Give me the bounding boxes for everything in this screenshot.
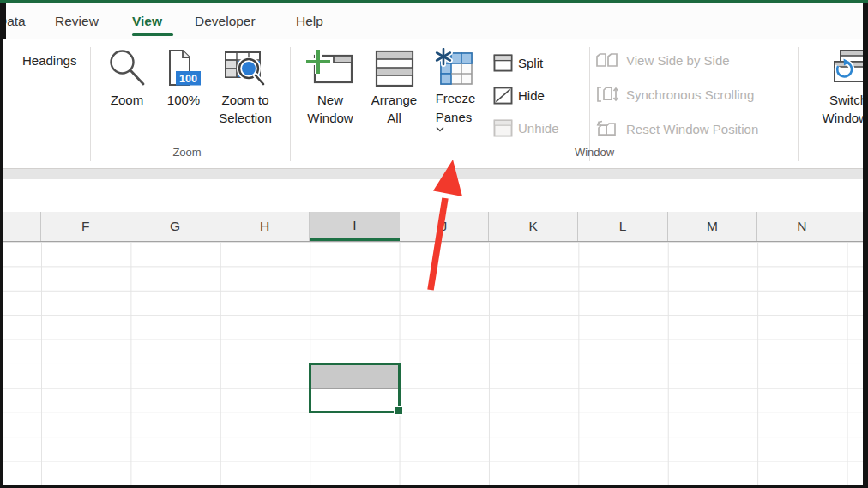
cascaded-windows-refresh-icon (827, 46, 868, 91)
unhide-button: Unhide (493, 117, 559, 138)
formula-bar-area (0, 179, 868, 212)
two-pages-icon (595, 52, 623, 68)
column-header-I-selected[interactable]: I (310, 212, 399, 241)
column-header-G[interactable]: G (130, 212, 220, 241)
spreadsheet-grid[interactable] (0, 242, 868, 485)
selected-tab-underline (132, 33, 173, 36)
column-header-E[interactable]: E (0, 212, 41, 241)
tab-developer[interactable]: Developer (195, 3, 256, 39)
window-top-accent-bar (0, 0, 868, 3)
freeze-panes-button[interactable]: Freeze Panes (425, 46, 485, 132)
split-window-icon (493, 54, 513, 72)
snowflake-grid-icon (434, 46, 477, 89)
shaded-cell (311, 365, 399, 389)
group-separator (589, 47, 590, 161)
new-window-button[interactable]: New Window (298, 46, 362, 132)
excel-window: Data Review View Developer Help Headings… (0, 0, 868, 488)
column-header-M[interactable]: M (668, 212, 757, 241)
screenshot-bottom-edge (0, 485, 868, 488)
arrange-all-button[interactable]: Arrange All (363, 46, 425, 132)
show-group-headings-checkbox-label[interactable]: Headings (22, 53, 76, 68)
view-side-by-side-button: View Side by Side (595, 51, 730, 69)
column-header-N[interactable]: N (757, 212, 847, 241)
synchronous-scrolling-button: Synchronous Scrolling (595, 85, 754, 104)
hide-button[interactable]: Hide (493, 85, 545, 105)
fill-handle[interactable] (394, 406, 404, 416)
screenshot-left-edge (0, 39, 3, 488)
reset-window-position-button: Reset Window Position (595, 119, 758, 138)
window-plus-icon (306, 46, 354, 91)
group-separator (290, 47, 291, 161)
column-header-K[interactable]: K (489, 212, 578, 241)
cell-selection[interactable] (309, 363, 401, 413)
chevron-down-icon (436, 126, 476, 132)
zoom-group-label: Zoom (153, 146, 221, 159)
screenshot-left-edge (0, 3, 6, 39)
column-header-L[interactable]: L (578, 212, 667, 241)
grid-magnifier-icon (223, 46, 268, 91)
column-header-J[interactable]: J (400, 212, 489, 241)
window-group-label: Window (560, 146, 629, 159)
window-outline-icon (493, 119, 513, 137)
switch-windows-button[interactable]: Switch Windows (815, 46, 868, 132)
group-separator (798, 47, 799, 161)
column-headers: E F G H J K L M N I (0, 212, 868, 242)
tab-help[interactable]: Help (296, 3, 323, 39)
svg-text:100: 100 (179, 73, 197, 85)
group-separator (90, 47, 91, 161)
ribbon-view-tab-content: Headings Zoom 100 (0, 39, 868, 169)
column-header-F[interactable]: F (41, 212, 130, 241)
zoom-100-button[interactable]: 100 100% (156, 46, 211, 132)
tab-review[interactable]: Review (55, 3, 99, 39)
stacked-windows-icon (374, 46, 415, 91)
ribbon-tab-bar: Data Review View Developer Help (0, 3, 868, 39)
page-100-badge-icon: 100 (164, 46, 203, 91)
column-header-H[interactable]: H (220, 212, 310, 241)
ribbon-bottom-band (0, 169, 868, 179)
freeze-panes-label: Panes (436, 110, 473, 124)
screenshot-right-edge (863, 3, 868, 488)
zoom-to-selection-button[interactable]: Zoom to Selection (213, 46, 278, 132)
zoom-button[interactable]: Zoom (101, 46, 153, 132)
page-updown-arrows-icon (595, 86, 623, 103)
diagonal-window-icon (493, 87, 513, 105)
pages-curved-arrow-icon (595, 120, 623, 137)
magnifier-icon (107, 46, 147, 91)
split-button[interactable]: Split (493, 52, 543, 73)
